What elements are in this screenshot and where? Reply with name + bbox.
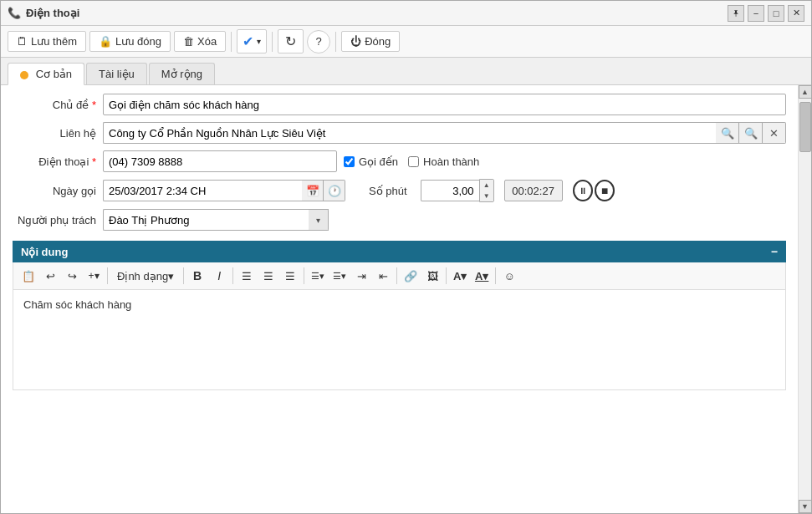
- nguoi-phu-trach-row: Người phụ trách Đào Thị Phương ▾: [13, 209, 786, 231]
- chu-de-row: Chủ đề *: [13, 94, 786, 115]
- save-add-button[interactable]: 🗒 Lưu thêm: [8, 31, 86, 52]
- calendar-btn[interactable]: 📅: [302, 180, 324, 201]
- nguoi-phu-trach-select[interactable]: Đào Thị Phương: [103, 209, 329, 231]
- tab-mo-rong-label: Mở rộng: [161, 68, 202, 80]
- noi-dung-section: Nội dung − 📋 ↩ ↪ +▾ Định dạng ▾ B: [13, 241, 786, 390]
- hoan-thanh-label[interactable]: Hoàn thành: [423, 155, 479, 168]
- title-bar: 📞 Điện thoại 🖈 − □ ✕: [1, 1, 811, 26]
- scroll-down-btn[interactable]: ▼: [799, 500, 812, 513]
- italic-btn[interactable]: I: [209, 266, 229, 286]
- ngay-goi-row: Ngày gọi 📅 🕐 Số phút ▲ ▼: [13, 179, 786, 202]
- timer-stop-btn[interactable]: ⏹: [595, 180, 615, 201]
- tab-co-ban[interactable]: Cơ bản: [8, 63, 84, 85]
- pin-button[interactable]: 🖈: [728, 5, 744, 22]
- refresh-button[interactable]: ↻: [278, 29, 304, 53]
- timer-pause-btn[interactable]: ⏸: [573, 180, 593, 201]
- spinner-down-btn[interactable]: ▼: [480, 191, 493, 201]
- dinh-dang-label: Định dạng: [117, 270, 168, 282]
- hoan-thanh-group: Hoàn thành: [408, 155, 479, 168]
- editor-content[interactable]: Chăm sóc khách hàng: [13, 290, 786, 390]
- goi-den-label[interactable]: Gọi đến: [359, 155, 398, 168]
- list-unordered-btn[interactable]: ☰▾: [308, 266, 328, 286]
- lien-he-search2-btn[interactable]: 🔍: [739, 122, 763, 144]
- bold-btn[interactable]: B: [187, 266, 207, 286]
- main-content: Chủ đề * Liên hệ 🔍 🔍 ✕: [1, 85, 811, 513]
- tab-co-ban-label: Cơ bản: [36, 68, 72, 80]
- toolbar-sep-1: [231, 32, 232, 52]
- toolbar-sep-3: [335, 32, 336, 52]
- goi-den-checkbox[interactable]: [344, 156, 355, 167]
- lien-he-search-btn[interactable]: 🔍: [716, 122, 739, 144]
- refresh-icon: ↻: [285, 33, 296, 49]
- toolbar: 🗒 Lưu thêm 🔒 Lưu đóng 🗑 Xóa ✔ ▾ ↻ ? ⏻ Đó…: [1, 26, 811, 58]
- save-close-button[interactable]: 🔒 Lưu đóng: [89, 31, 171, 52]
- close-toolbar-button[interactable]: ⏻ Đóng: [341, 31, 400, 52]
- align-center-btn[interactable]: ☰: [258, 266, 278, 286]
- ngay-goi-label: Ngày gọi: [13, 185, 96, 197]
- redo-btn[interactable]: ↪: [62, 266, 82, 286]
- tab-mo-rong[interactable]: Mở rộng: [149, 63, 215, 84]
- dinh-dang-btn[interactable]: Định dạng ▾: [111, 266, 180, 286]
- window-icon: 📞: [8, 7, 21, 19]
- lien-he-label: Liên hệ: [13, 127, 96, 140]
- scroll-track: [799, 99, 811, 500]
- link-btn[interactable]: 🔗: [401, 266, 421, 286]
- noi-dung-minimize-btn[interactable]: −: [771, 245, 778, 258]
- chu-de-label: Chủ đề *: [13, 99, 96, 111]
- main-window: 📞 Điện thoại 🖈 − □ ✕ 🗒 Lưu thêm 🔒 Lưu đó…: [0, 0, 812, 514]
- scroll-thumb[interactable]: [799, 102, 811, 152]
- list-ordered-btn[interactable]: ☰▾: [329, 266, 350, 286]
- toolbar-sep-2: [272, 32, 273, 52]
- date-group: 📅 🕐: [103, 180, 345, 201]
- help-button[interactable]: ?: [307, 30, 330, 53]
- chu-de-input[interactable]: [103, 94, 786, 115]
- emoji-btn[interactable]: ☺: [499, 266, 519, 286]
- close-toolbar-label: Đóng: [365, 35, 391, 48]
- minimize-button[interactable]: −: [748, 5, 764, 22]
- spinner-up-btn[interactable]: ▲: [480, 180, 493, 191]
- maximize-button[interactable]: □: [768, 5, 784, 22]
- tab-tai-lieu[interactable]: Tài liệu: [86, 63, 147, 84]
- form-area: Chủ đề * Liên hệ 🔍 🔍 ✕: [1, 85, 798, 513]
- bg-color-btn[interactable]: A▾: [472, 266, 492, 286]
- dien-thoai-input[interactable]: [103, 150, 337, 172]
- undo-btn[interactable]: ↩: [40, 266, 60, 286]
- so-phut-group: Số phút ▲ ▼ 00:02:27 ⏸ ⏹: [369, 179, 615, 202]
- font-color-btn[interactable]: A▾: [450, 266, 470, 286]
- scroll-up-btn[interactable]: ▲: [799, 85, 812, 99]
- lien-he-clear-btn[interactable]: ✕: [763, 122, 786, 144]
- clock-btn[interactable]: 🕐: [324, 180, 345, 201]
- tab-indicator-icon: [20, 71, 28, 79]
- editor-sep-5: [396, 267, 397, 284]
- editor-sep-1: [107, 267, 108, 284]
- hoan-thanh-checkbox[interactable]: [408, 156, 419, 167]
- indent-btn[interactable]: ⇥: [351, 266, 371, 286]
- power-icon: ⏻: [350, 35, 361, 48]
- chu-de-required: *: [92, 99, 96, 111]
- help-icon: ?: [316, 35, 322, 48]
- delete-button[interactable]: 🗑 Xóa: [174, 31, 226, 52]
- align-right-btn[interactable]: ☰: [280, 266, 300, 286]
- paste-btn[interactable]: 📋: [18, 266, 38, 286]
- lien-he-group: 🔍 🔍 ✕: [103, 122, 786, 144]
- approve-button[interactable]: ✔ ▾: [237, 29, 267, 53]
- dien-thoai-label: Điện thoại *: [13, 155, 96, 168]
- close-button[interactable]: ✕: [788, 5, 804, 22]
- save-add-icon: 🗒: [17, 35, 28, 48]
- title-bar-controls: 🖈 − □ ✕: [728, 5, 804, 22]
- nguoi-phu-trach-label: Người phụ trách: [13, 214, 96, 226]
- dien-thoai-required: *: [92, 155, 96, 168]
- date-input[interactable]: [103, 180, 302, 201]
- select-wrapper: Đào Thị Phương ▾: [103, 209, 329, 231]
- align-left-btn[interactable]: ☰: [237, 266, 257, 286]
- add-btn[interactable]: +▾: [84, 266, 104, 286]
- so-phut-input[interactable]: [421, 180, 479, 201]
- lien-he-input[interactable]: [103, 122, 716, 144]
- editor-sep-6: [446, 267, 447, 284]
- delete-label: Xóa: [197, 35, 217, 48]
- editor-toolbar: 📋 ↩ ↪ +▾ Định dạng ▾ B I ☰ ☰ ☰: [13, 262, 786, 290]
- editor-text: Chăm sóc khách hàng: [23, 298, 131, 311]
- approve-dropdown-icon: ▾: [257, 37, 261, 46]
- image-btn[interactable]: 🖼: [422, 266, 442, 286]
- outdent-btn[interactable]: ⇤: [373, 266, 393, 286]
